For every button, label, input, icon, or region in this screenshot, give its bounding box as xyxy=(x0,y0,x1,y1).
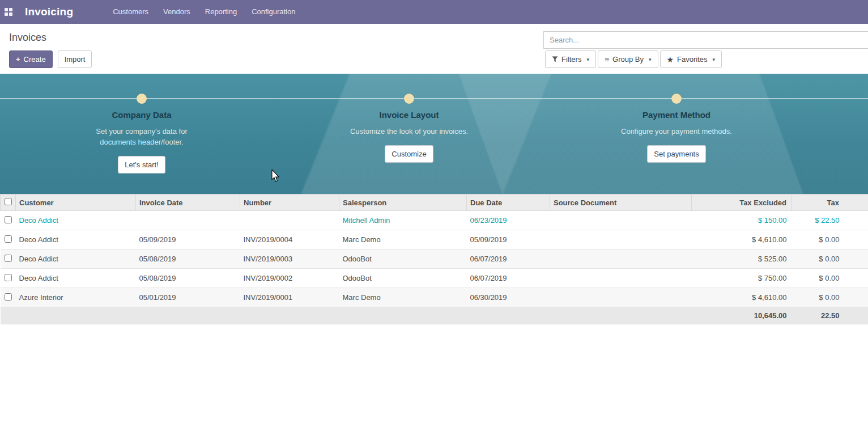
col-number[interactable]: Number xyxy=(240,195,339,211)
filters-button[interactable]: Filters ▾ xyxy=(545,50,596,68)
cell-tax: $ 22.50 xyxy=(792,211,868,230)
star-icon: ★ xyxy=(667,56,674,64)
customize-button[interactable]: Customize xyxy=(385,145,433,163)
cell-number: INV/2019/0003 xyxy=(240,250,339,269)
cell-tax: $ 0.00 xyxy=(792,269,868,288)
caret-down-icon: ▾ xyxy=(713,57,716,62)
step-title: Invoice Layout xyxy=(330,110,488,120)
step-description: Customize the look of your invoices. xyxy=(350,126,469,137)
row-checkbox[interactable] xyxy=(5,293,12,301)
caret-down-icon: ▾ xyxy=(586,57,589,62)
cell-source-document xyxy=(550,211,692,230)
cell-invoice-date xyxy=(136,211,240,230)
cell-customer: Deco Addict xyxy=(16,211,136,230)
create-button-label: Create xyxy=(24,55,46,64)
col-salesperson[interactable]: Salesperson xyxy=(339,195,467,211)
onboarding-step-company-data: Company Data Set your company's data for… xyxy=(62,110,221,174)
onboarding-banner: Company Data Set your company's data for… xyxy=(0,74,868,194)
step-title: Company Data xyxy=(62,110,221,120)
row-select-cell xyxy=(1,250,16,269)
lets-start-button-label: Let's start! xyxy=(125,160,159,169)
cell-number: INV/2019/0004 xyxy=(240,230,339,250)
row-select-cell xyxy=(1,230,16,250)
search-input[interactable] xyxy=(543,31,868,49)
select-all-cell xyxy=(1,195,16,211)
select-all-checkbox[interactable] xyxy=(5,198,12,205)
filters-button-label: Filters xyxy=(561,55,581,64)
menu-item-configuration[interactable]: Configuration xyxy=(244,0,303,24)
step-dot-payment-method xyxy=(671,94,682,104)
set-payments-button-label: Set payments xyxy=(654,150,699,158)
cell-source-document xyxy=(550,250,692,269)
invoice-list: Customer Invoice Date Number Salesperson… xyxy=(0,194,868,324)
cell-salesperson: OdooBot xyxy=(339,269,467,288)
cell-invoice-date: 05/08/2019 xyxy=(136,269,240,288)
import-button[interactable]: Import xyxy=(58,50,92,68)
menu-item-reporting[interactable]: Reporting xyxy=(198,0,244,24)
cell-salesperson: OdooBot xyxy=(339,250,467,269)
col-customer[interactable]: Customer xyxy=(16,195,136,211)
cell-due-date: 06/07/2019 xyxy=(467,250,550,269)
totals-row: 10,645.00 22.50 xyxy=(1,307,868,324)
col-tax[interactable]: Tax xyxy=(792,195,868,211)
invoice-row[interactable]: Deco Addict 05/08/2019 INV/2019/0002 Odo… xyxy=(1,269,868,288)
cell-tax-excluded: $ 150.00 xyxy=(692,211,792,230)
import-button-label: Import xyxy=(65,55,86,64)
step-description: Configure your payment methods. xyxy=(617,126,736,137)
apps-menu-icon[interactable] xyxy=(0,0,17,24)
step-dot-invoice-layout xyxy=(404,94,414,104)
cell-source-document xyxy=(550,288,692,307)
cell-customer: Deco Addict xyxy=(16,269,136,288)
col-invoice-date[interactable]: Invoice Date xyxy=(136,195,240,211)
table-header-row: Customer Invoice Date Number Salesperson… xyxy=(1,195,868,211)
main-menu: Customers Vendors Reporting Configuratio… xyxy=(105,0,303,24)
cell-due-date: 06/30/2019 xyxy=(467,288,550,307)
onboarding-step-payment-method: Payment Method Configure your payment me… xyxy=(597,110,756,163)
group-by-button[interactable]: ≡ Group By ▾ xyxy=(598,50,658,68)
col-source-document[interactable]: Source Document xyxy=(550,195,692,211)
row-checkbox[interactable] xyxy=(5,255,12,262)
row-checkbox[interactable] xyxy=(5,274,12,281)
create-button[interactable]: + Create xyxy=(9,50,53,68)
favorites-button-label: Favorites xyxy=(677,55,707,64)
group-by-button-label: Group By xyxy=(612,55,644,64)
row-checkbox[interactable] xyxy=(5,235,12,243)
cell-source-document xyxy=(550,230,692,250)
row-select-cell xyxy=(1,211,16,230)
onboarding-progress-line xyxy=(0,98,868,99)
row-select-cell xyxy=(1,269,16,288)
invoice-row[interactable]: Deco Addict 05/09/2019 INV/2019/0004 Mar… xyxy=(1,230,868,250)
step-title: Payment Method xyxy=(597,110,756,120)
cell-salesperson: Marc Demo xyxy=(339,288,467,307)
favorites-button[interactable]: ★ Favorites ▾ xyxy=(660,50,722,68)
menu-item-vendors[interactable]: Vendors xyxy=(156,0,198,24)
row-checkbox[interactable] xyxy=(5,216,12,223)
invoice-row[interactable]: Deco Addict 05/08/2019 INV/2019/0003 Odo… xyxy=(1,250,868,269)
cell-number xyxy=(240,211,339,230)
col-due-date[interactable]: Due Date xyxy=(467,195,550,211)
invoice-row[interactable]: Azure Interior 05/01/2019 INV/2019/0001 … xyxy=(1,288,868,307)
cell-customer: Deco Addict xyxy=(16,230,136,250)
col-tax-excluded[interactable]: Tax Excluded xyxy=(692,195,792,211)
lets-start-button[interactable]: Let's start! xyxy=(118,156,165,174)
cell-invoice-date: 05/09/2019 xyxy=(136,230,240,250)
cell-due-date: 06/23/2019 xyxy=(467,211,550,230)
onboarding-step-invoice-layout: Invoice Layout Customize the look of you… xyxy=(330,110,488,163)
page-title: Invoices xyxy=(9,32,46,44)
customize-button-label: Customize xyxy=(392,150,426,158)
menu-item-customers[interactable]: Customers xyxy=(105,0,156,24)
app-title[interactable]: Invoicing xyxy=(25,6,73,18)
totals-spacer xyxy=(1,307,692,324)
cell-source-document xyxy=(550,269,692,288)
set-payments-button[interactable]: Set payments xyxy=(647,145,706,163)
invoice-table-body: Deco Addict Mitchell Admin 06/23/2019 $ … xyxy=(1,211,868,307)
invoice-row[interactable]: Deco Addict Mitchell Admin 06/23/2019 $ … xyxy=(1,211,868,230)
cell-tax-excluded: $ 750.00 xyxy=(692,269,792,288)
total-tax: 22.50 xyxy=(792,307,868,324)
cell-due-date: 05/09/2019 xyxy=(467,230,550,250)
cell-number: INV/2019/0002 xyxy=(240,269,339,288)
filter-icon xyxy=(552,56,558,62)
step-dot-company-data xyxy=(137,94,147,104)
top-nav: Invoicing Customers Vendors Reporting Co… xyxy=(0,0,868,24)
cell-tax: $ 0.00 xyxy=(792,288,868,307)
